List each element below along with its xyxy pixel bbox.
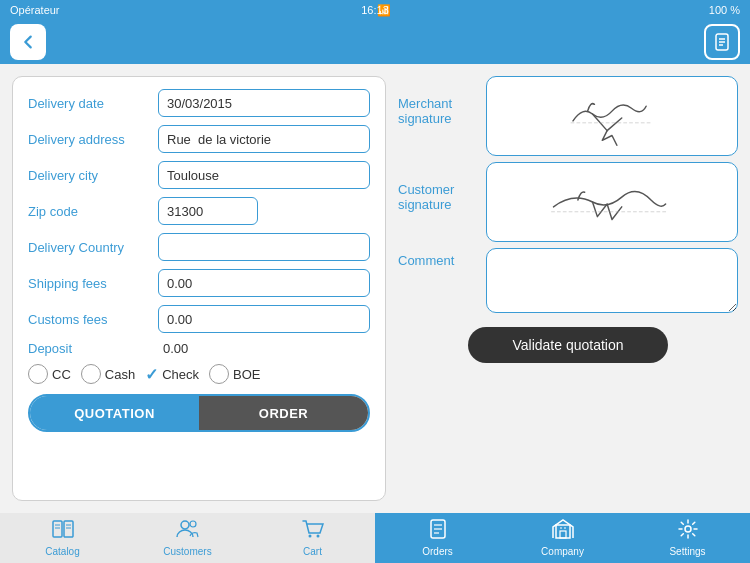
delivery-date-input[interactable] (158, 89, 370, 117)
cc-label: CC (52, 367, 71, 382)
customer-signature-section: Customersignature (398, 162, 738, 242)
quotation-tab[interactable]: QUOTATION (30, 396, 199, 430)
battery-indicator: 100 % (709, 4, 740, 16)
delivery-date-row: Delivery date (28, 89, 370, 117)
cash-radio[interactable] (81, 364, 101, 384)
comment-label: Comment (398, 248, 478, 268)
svg-point-24 (685, 526, 691, 532)
app-header (0, 20, 750, 64)
customs-fees-input[interactable] (158, 305, 370, 333)
svg-point-15 (316, 535, 319, 538)
check-checkmark: ✓ (145, 365, 158, 384)
cart-label: Cart (303, 546, 322, 557)
comment-section: Comment (398, 248, 738, 313)
zip-code-label: Zip code (28, 204, 158, 219)
delivery-city-row: Delivery city (28, 161, 370, 189)
company-icon (552, 519, 574, 544)
customers-label: Customers (163, 546, 211, 557)
settings-label: Settings (669, 546, 705, 557)
orders-label: Orders (422, 546, 453, 557)
back-button[interactable] (10, 24, 46, 60)
boe-radio[interactable] (209, 364, 229, 384)
zip-code-input[interactable] (158, 197, 258, 225)
cash-label: Cash (105, 367, 135, 382)
nav-settings[interactable]: Settings (625, 513, 750, 563)
delivery-address-input[interactable] (158, 125, 370, 153)
check-option[interactable]: ✓ Check (145, 365, 199, 384)
delivery-city-input[interactable] (158, 161, 370, 189)
merchant-signature-section: Merchantsignature (398, 76, 738, 156)
bottom-navigation: Catalog Customers Cart (0, 513, 750, 563)
nav-cart[interactable]: Cart (250, 513, 375, 563)
svg-rect-21 (560, 531, 566, 538)
deposit-value: 0.00 (163, 341, 188, 356)
time-display: 16:13 (361, 4, 389, 16)
customer-signature-label: Customersignature (398, 162, 478, 212)
delivery-country-label: Delivery Country (28, 240, 158, 255)
company-label: Company (541, 546, 584, 557)
svg-rect-6 (53, 521, 62, 537)
shipping-fees-input[interactable] (158, 269, 370, 297)
orders-icon (429, 519, 447, 544)
boe-option[interactable]: BOE (209, 364, 260, 384)
catalog-label: Catalog (45, 546, 79, 557)
delivery-country-row: Delivery Country (28, 233, 370, 261)
cart-icon (302, 519, 324, 544)
deposit-row: Deposit 0.00 (28, 341, 370, 356)
shipping-fees-label: Shipping fees (28, 276, 158, 291)
document-type-tabs: QUOTATION ORDER (28, 394, 370, 432)
boe-label: BOE (233, 367, 260, 382)
cash-option[interactable]: Cash (81, 364, 135, 384)
check-label: Check (162, 367, 199, 382)
order-tab[interactable]: ORDER (199, 396, 368, 430)
payment-options-row: CC Cash ✓ Check BOE (28, 364, 370, 384)
form-panel: Delivery date Delivery address Delivery … (12, 76, 386, 501)
comment-input[interactable] (486, 248, 738, 313)
deposit-label: Deposit (28, 341, 158, 356)
cc-option[interactable]: CC (28, 364, 71, 384)
validate-wrapper: Validate quotation (398, 323, 738, 363)
delivery-address-row: Delivery address (28, 125, 370, 153)
svg-point-14 (308, 535, 311, 538)
delivery-date-label: Delivery date (28, 96, 158, 111)
customers-icon (176, 519, 200, 544)
delivery-city-label: Delivery city (28, 168, 158, 183)
svg-point-13 (190, 521, 196, 527)
customs-fees-row: Customs fees (28, 305, 370, 333)
svg-point-12 (181, 521, 189, 529)
signature-panel: Merchantsignature Customersignature (398, 76, 738, 501)
catalog-icon (52, 519, 74, 544)
zip-code-row: Zip code (28, 197, 370, 225)
cc-radio[interactable] (28, 364, 48, 384)
validate-quotation-button[interactable]: Validate quotation (468, 327, 668, 363)
svg-rect-7 (64, 521, 73, 537)
customer-signature-box[interactable] (486, 162, 738, 242)
main-content: Delivery date Delivery address Delivery … (0, 64, 750, 513)
delivery-country-input[interactable] (158, 233, 370, 261)
document-button[interactable] (704, 24, 740, 60)
status-bar: Opérateur 📶 16:13 100 % (0, 0, 750, 20)
shipping-fees-row: Shipping fees (28, 269, 370, 297)
nav-company[interactable]: Company (500, 513, 625, 563)
merchant-signature-box[interactable] (486, 76, 738, 156)
settings-icon (678, 519, 698, 544)
customs-fees-label: Customs fees (28, 312, 158, 327)
delivery-address-label: Delivery address (28, 132, 158, 147)
merchant-signature-label: Merchantsignature (398, 76, 478, 126)
operator-label: Opérateur (10, 4, 60, 16)
nav-orders[interactable]: Orders (375, 513, 500, 563)
nav-customers[interactable]: Customers (125, 513, 250, 563)
nav-catalog[interactable]: Catalog (0, 513, 125, 563)
